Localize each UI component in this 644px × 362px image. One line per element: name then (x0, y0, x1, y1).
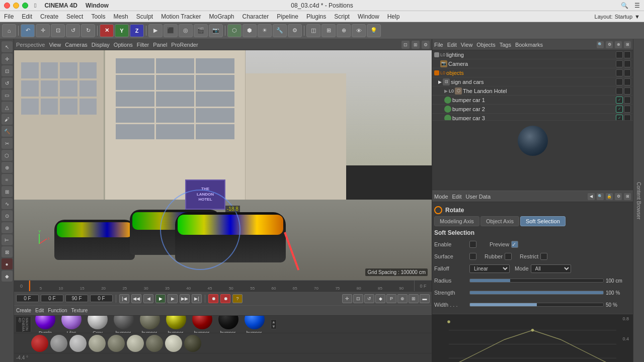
mat2-grey2[interactable] (69, 335, 87, 352)
tb-rotate-button[interactable]: ↺ (66, 24, 80, 37)
obj-vis-bumper2[interactable]: ✓ (616, 106, 623, 113)
menu-plugins[interactable]: Plugins (306, 13, 326, 20)
obj-objects[interactable]: Objects (476, 42, 495, 48)
obj-lock-bumper1[interactable] (624, 97, 631, 104)
tab-soft-selection[interactable]: Soft Selection (520, 216, 566, 226)
help-button[interactable]: ? (232, 294, 243, 303)
obj-lock-sign[interactable] (624, 78, 631, 85)
ls-rotate-icon[interactable]: ↺ (2, 77, 13, 88)
mat2-grey1[interactable] (50, 335, 67, 352)
mat-bumper5[interactable]: bumper. (216, 316, 240, 333)
obj-lock-camera[interactable] (624, 60, 631, 67)
width-slider[interactable] (469, 303, 604, 307)
obj-lock-bumper2[interactable] (624, 106, 631, 113)
timeline-button[interactable]: ▬ (420, 294, 430, 303)
menu-tools[interactable]: Tools (91, 13, 105, 20)
mat-function[interactable]: Function (48, 308, 67, 313)
vp-options-menu[interactable]: Options (114, 42, 133, 48)
obj-settings-icon[interactable]: ⊞ (624, 41, 631, 48)
scale-transport-button[interactable]: ⊡ (353, 294, 363, 303)
vp-display-menu[interactable]: Display (92, 42, 110, 48)
obj-link-icon[interactable]: ⊕ (615, 41, 622, 48)
next-frame-button[interactable]: ▶ (168, 294, 178, 303)
ls-box-icon[interactable]: ▭ (2, 89, 13, 101)
mat-create[interactable]: Create (16, 308, 31, 313)
content-browser-sidebar[interactable]: Content Browser (633, 39, 644, 362)
menu-file[interactable]: File (4, 13, 14, 20)
menu-select[interactable]: Select (66, 13, 83, 20)
ls-spline-icon[interactable]: ∿ (2, 198, 13, 209)
preview-checkbox[interactable]: ✓ (511, 241, 518, 248)
vp-prorender-menu[interactable]: ProRender (171, 42, 198, 48)
end-frame2-field[interactable]: 0 F (41, 295, 63, 302)
obj-edit[interactable]: Edit (447, 42, 457, 48)
mat-bumper4[interactable]: bumper. (190, 316, 214, 333)
tb-deformer-button[interactable]: ⚙ (288, 24, 302, 37)
ls-paint-icon[interactable]: 🖌 (2, 114, 13, 125)
ls-move-icon[interactable]: ✛ (2, 53, 13, 64)
vp-grid-icon[interactable]: ⊞ (412, 41, 420, 49)
end-frame-field[interactable]: 90 F (65, 295, 88, 302)
obj-vis-objects[interactable] (616, 69, 623, 76)
tb-scale-button[interactable]: ⊡ (51, 24, 65, 37)
tb-sphere-button[interactable]: ⬢ (243, 24, 257, 37)
attr-edit[interactable]: Edit (452, 194, 462, 200)
ls-select-icon[interactable]: ↖ (2, 41, 13, 52)
obj-search-icon[interactable]: 🔍 (597, 41, 604, 48)
menu-script[interactable]: Script (334, 13, 350, 20)
mat-bumper1[interactable]: bumper. (112, 316, 136, 333)
menu-pipeline[interactable]: Pipeline (277, 13, 298, 20)
ls-extrude-icon[interactable]: ⬡ (2, 150, 13, 161)
key-transport-button[interactable]: ◆ (375, 294, 385, 303)
anim-button[interactable]: ⊕ (397, 294, 408, 303)
menu-sculpt[interactable]: Sculpt (136, 13, 153, 20)
mat-scrollbar[interactable]: ▲ ▼ (271, 319, 277, 329)
tb-home-button[interactable]: ⌂ (2, 24, 16, 37)
tb-render5-button[interactable]: 📷 (209, 24, 223, 37)
obj-vis-camera[interactable] (616, 60, 623, 67)
obj-row-bumper1[interactable]: bumper car 1 ✓ (432, 96, 633, 105)
ls-mirror-icon[interactable]: ⊢ (2, 234, 13, 245)
attr-mode[interactable]: Mode (434, 194, 448, 200)
attr-more-icon[interactable]: ⊞ (624, 193, 631, 200)
prev-key-button[interactable]: ◀◀ (131, 294, 141, 303)
strength-slider[interactable] (469, 291, 604, 295)
falloff-select[interactable]: Linear Smooth Ease In (469, 264, 510, 273)
attr-back-icon[interactable]: ◀ (588, 193, 595, 200)
menu-create[interactable]: Create (40, 13, 58, 20)
mat2-dark[interactable] (184, 335, 201, 352)
ls-weight-icon[interactable]: ⊛ (2, 222, 13, 233)
ls-unwrap-icon[interactable]: ⊠ (2, 246, 13, 257)
vp-maximize-icon[interactable]: ⊡ (401, 41, 410, 49)
mat2-grey4[interactable] (108, 335, 125, 352)
attr-user-data[interactable]: User Data (466, 194, 491, 200)
go-start-button[interactable]: |◀ (119, 294, 129, 303)
enable-checkbox[interactable] (469, 241, 476, 248)
tab-modeling-axis[interactable]: Modeling Axis (434, 216, 479, 226)
tb-undo-button[interactable]: ↶ (21, 24, 35, 37)
obj-row-bumper3[interactable]: bumper car 3 ✓ (432, 114, 633, 120)
menu-window[interactable]: Window (86, 2, 109, 9)
timeline-ruler[interactable]: 5 10 15 20 25 30 35 40 45 50 55 60 (29, 281, 414, 292)
ls-poly-icon[interactable]: △ (2, 102, 13, 113)
go-end-button[interactable]: ▶| (192, 294, 202, 303)
tb-bulb-button[interactable]: 💡 (367, 24, 381, 37)
obj-gear-icon[interactable]: ⚙ (606, 41, 613, 48)
obj-lock-hotel[interactable] (624, 87, 631, 95)
mat-edit[interactable]: Edit (35, 308, 44, 313)
vp-view-menu[interactable]: View (49, 42, 61, 48)
obj-row-camera[interactable]: 📷 Camera (432, 59, 633, 68)
ls-scale-icon[interactable]: ⊡ (2, 65, 13, 76)
obj-bookmarks[interactable]: Bookmarks (515, 42, 543, 48)
mat-purple[interactable]: Purple (33, 316, 57, 333)
tb-snap-button[interactable]: ⊕ (337, 24, 351, 37)
minimize-button[interactable] (13, 3, 19, 9)
tb-x-button[interactable]: ✕ (100, 24, 114, 37)
mat2-grey7[interactable] (165, 335, 182, 352)
record-key-button[interactable]: ⏺ (208, 294, 218, 303)
tab-object-axis[interactable]: Object Axis (480, 216, 519, 226)
tb-camera-button[interactable]: 🔧 (273, 24, 287, 37)
prev-frame-button[interactable]: ◀ (143, 294, 153, 303)
ls-weld-icon[interactable]: ⊕ (2, 162, 13, 173)
menu-window[interactable]: Window (358, 13, 379, 20)
